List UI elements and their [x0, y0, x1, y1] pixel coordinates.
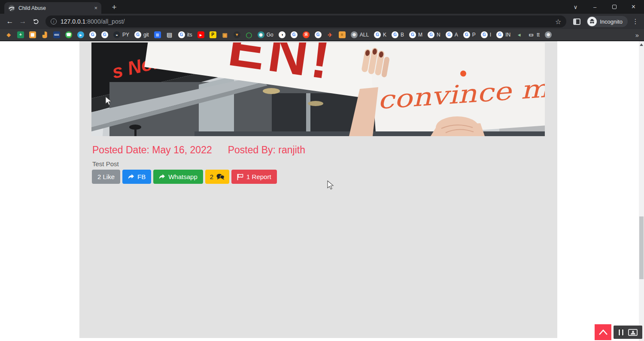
kite-icon: ◆: [5, 31, 12, 38]
globe-icon: ⊕: [545, 31, 552, 38]
close-button[interactable]: ×: [624, 0, 643, 14]
back-button[interactable]: ←: [3, 15, 16, 28]
incognito-badge: Incognito: [586, 16, 628, 27]
report-button[interactable]: 1 Report: [231, 170, 277, 184]
go-app-icon: ◉: [258, 31, 264, 38]
post-title: Test Post: [92, 160, 119, 167]
youtube-icon: ▶: [197, 31, 204, 38]
bookmark-item[interactable]: ⊕ALL: [351, 31, 369, 38]
tab-close-icon[interactable]: ×: [94, 5, 97, 11]
globe-icon: ⊕: [351, 31, 358, 38]
new-tab-button[interactable]: +: [108, 2, 120, 13]
bookmark-label: ALL: [360, 32, 369, 38]
forward-button[interactable]: →: [16, 15, 29, 28]
bookmark-item[interactable]: IEEE: [53, 31, 60, 38]
bookmark-item[interactable]: ◯: [246, 31, 252, 38]
picture-in-picture-icon[interactable]: [628, 329, 638, 336]
bookmark-star-icon[interactable]: ☆: [555, 18, 561, 26]
menu-kebab-icon[interactable]: ⋮: [630, 18, 641, 25]
google-icon: G: [481, 31, 488, 38]
bookmark-label: N: [437, 32, 440, 38]
reload-button[interactable]: [29, 15, 42, 28]
bookmark-item[interactable]: ▭tt: [528, 31, 540, 38]
page-info-icon[interactable]: i: [51, 18, 57, 24]
bookmark-item[interactable]: ◉Go: [258, 31, 273, 38]
pause-icon[interactable]: [618, 329, 624, 336]
bookmark-item[interactable]: ▤: [166, 31, 173, 38]
minimize-button[interactable]: –: [585, 0, 605, 14]
bookmark-label: M: [418, 32, 422, 38]
bookmark-item[interactable]: ✈: [327, 31, 334, 38]
google-icon: G: [446, 31, 453, 38]
browser-tab[interactable]: Child Abuse ×: [4, 2, 101, 14]
bookmark-item[interactable]: Gits: [178, 31, 192, 38]
bookmark-item[interactable]: ▾: [234, 31, 240, 38]
bookmark-item[interactable]: ◆: [5, 31, 12, 38]
sheets-icon: +: [17, 31, 24, 38]
bookmark-item[interactable]: GIN: [496, 31, 510, 38]
bookmark-item[interactable]: |||: [154, 31, 161, 38]
google-icon: G: [496, 31, 503, 38]
bookmark-item[interactable]: GI: [481, 31, 491, 38]
chevron-up-icon: [598, 329, 609, 336]
bookmark-item[interactable]: GA: [446, 31, 458, 38]
bookmark-item[interactable]: Я: [303, 31, 310, 38]
bookmark-item[interactable]: G: [291, 31, 298, 38]
tab-favicon-globe-icon: [8, 5, 15, 12]
share-icon: [128, 174, 134, 180]
facebook-share-button[interactable]: FB: [122, 170, 151, 184]
bookmark-item[interactable]: Ggit: [134, 31, 149, 38]
bookmark-label: git: [143, 32, 149, 38]
bookmark-item[interactable]: ⊕: [545, 31, 552, 38]
bookmark-item[interactable]: GM: [409, 31, 422, 38]
bookmark-item[interactable]: GP: [463, 31, 476, 38]
bookmark-item[interactable]: +: [17, 31, 24, 38]
bookmark-item[interactable]: ▟: [41, 31, 48, 38]
url-text: 127.0.0.1:8000/all_post/: [61, 18, 125, 25]
bookmark-item[interactable]: ☎: [65, 31, 72, 38]
scrollbar-thumb[interactable]: [639, 216, 644, 279]
scrollbar-up-arrow[interactable]: [640, 43, 643, 46]
bookmark-label: its: [187, 32, 192, 38]
bookmark-label: Go: [267, 32, 273, 38]
bookmark-label: K: [383, 32, 386, 38]
address-bar[interactable]: i 127.0.0.1:8000/all_post/ ☆: [46, 15, 566, 27]
bookmark-item[interactable]: ▶: [77, 31, 84, 38]
bookmarks-overflow-icon[interactable]: »: [635, 31, 639, 39]
scroll-to-top-button[interactable]: [595, 324, 611, 340]
whatsapp-share-button[interactable]: Whatsapp: [153, 170, 203, 184]
bookmark-item[interactable]: P: [210, 31, 216, 38]
bookmark-item[interactable]: ◒PY: [113, 31, 129, 38]
scrollbar-track: [639, 41, 644, 341]
maximize-button[interactable]: [605, 0, 624, 14]
bookmark-label: B: [401, 32, 404, 38]
bookmark-item[interactable]: ◄: [516, 31, 522, 38]
maximize-icon: [612, 5, 617, 9]
bookmark-item[interactable]: ▦: [29, 31, 36, 38]
bookmark-item[interactable]: G: [315, 31, 322, 38]
comments-button[interactable]: 2: [205, 170, 229, 184]
bookmark-item[interactable]: ≡: [339, 31, 346, 38]
bookmark-item[interactable]: GK: [374, 31, 386, 38]
bookmark-item[interactable]: ◑: [279, 31, 286, 38]
bookmark-item[interactable]: ▣: [222, 31, 228, 38]
bank-icon: ▤: [166, 31, 173, 38]
p-app-icon: P: [210, 31, 216, 38]
flag-icon: [237, 174, 243, 180]
duck-icon: ◑: [279, 31, 286, 38]
side-panel-icon[interactable]: [573, 18, 580, 25]
facebook-label: FB: [137, 173, 146, 180]
chevron-down-icon[interactable]: ∨: [566, 0, 585, 14]
post-meta-line: Posted Date: May 16, 2022Posted By: ranj…: [92, 144, 305, 156]
posted-date: Posted Date: May 16, 2022: [92, 144, 212, 155]
bookmark-item[interactable]: GB: [392, 31, 404, 38]
bookmark-item[interactable]: ▶: [197, 31, 204, 38]
google-icon: G: [428, 31, 434, 38]
bookmark-item[interactable]: GN: [428, 31, 440, 38]
google-icon: G: [374, 31, 381, 38]
url-host: 127.0.0.1: [61, 18, 85, 25]
bookmark-item[interactable]: G: [89, 31, 96, 38]
like-button[interactable]: 2 Like: [92, 170, 120, 184]
bookmark-item[interactable]: G: [101, 31, 108, 38]
google-icon: G: [89, 31, 96, 38]
